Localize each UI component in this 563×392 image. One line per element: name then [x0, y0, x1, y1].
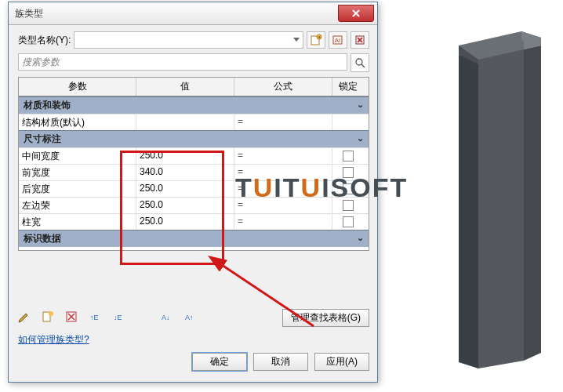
param-name: 结构材质(默认)	[19, 114, 136, 130]
param-formula[interactable]: =	[234, 181, 332, 197]
param-lock[interactable]	[332, 181, 364, 197]
cancel-button[interactable]: 取消	[253, 353, 308, 371]
parameter-grid: 参数 值 公式 锁定 材质和装饰 ⌄ 结构材质(默认) = 尺寸标注 ⌄ 中间宽…	[18, 77, 369, 251]
svg-text:AI: AI	[335, 37, 341, 44]
manage-lookup-button[interactable]: 管理查找表格(G)	[282, 309, 369, 327]
svg-text:A↑: A↑	[185, 314, 194, 321]
col-header-param[interactable]: 参数	[19, 78, 136, 96]
param-value[interactable]: 340.0	[136, 165, 234, 180]
delete-type-button[interactable]	[351, 31, 369, 49]
param-name: 后宽度	[19, 181, 136, 197]
ok-button[interactable]: 确定	[192, 353, 247, 371]
grid-header-row: 参数 值 公式 锁定	[19, 78, 369, 96]
search-placeholder: 搜索参数	[22, 56, 60, 69]
delete-type-icon	[354, 34, 366, 46]
svg-marker-26	[459, 31, 541, 64]
col-header-formula[interactable]: 公式	[234, 78, 332, 96]
svg-text:↓E: ↓E	[114, 314, 122, 321]
move-up-group-icon[interactable]: ↑E	[89, 310, 101, 325]
edit-param-icon[interactable]	[18, 310, 31, 325]
collapse-icon: ⌄	[357, 133, 364, 143]
dialog-title: 族类型	[15, 7, 43, 20]
param-value[interactable]: 250.0	[136, 181, 234, 197]
group-identity[interactable]: 标识数据 ⌄	[19, 230, 369, 247]
column-3d-preview	[447, 24, 549, 376]
row-rear-width: 后宽度 250.0 =	[19, 180, 369, 197]
rename-type-button[interactable]: AI	[329, 31, 347, 49]
sort-asc-icon[interactable]: A↓	[161, 310, 173, 325]
row-middle-width: 中间宽度 250.0 =	[19, 147, 369, 164]
bottom-toolbar: ↑E ↓E A↓ A↑ 管理查找表格(G)	[18, 306, 369, 332]
new-param-icon[interactable]	[42, 310, 54, 325]
delete-param-icon[interactable]	[65, 310, 78, 325]
svg-marker-28	[478, 49, 524, 368]
param-value[interactable]: 250.0	[136, 214, 234, 230]
param-lock[interactable]	[332, 165, 364, 180]
collapse-icon: ⌄	[357, 100, 364, 110]
svg-text:↑E: ↑E	[90, 314, 99, 321]
close-icon	[352, 9, 360, 17]
row-struct-material: 结构材质(默认) =	[19, 114, 369, 130]
new-type-button[interactable]: ★	[307, 31, 325, 49]
param-name: 左边荣	[19, 198, 136, 213]
search-icon	[354, 57, 365, 68]
row-front-width: 前宽度 340.0 =	[19, 164, 369, 180]
new-type-icon: ★	[310, 34, 322, 46]
move-down-group-icon[interactable]: ↓E	[112, 310, 125, 325]
svg-point-17	[49, 311, 53, 316]
type-name-label: 类型名称(Y):	[18, 34, 71, 47]
apply-button[interactable]: 应用(A)	[314, 353, 369, 371]
dialog-footer: 确定 取消 应用(A)	[18, 350, 369, 377]
svg-marker-30	[521, 31, 541, 49]
sort-desc-icon[interactable]: A↑	[184, 310, 197, 325]
svg-marker-31	[459, 45, 478, 64]
close-button[interactable]	[338, 5, 374, 22]
param-formula[interactable]: =	[234, 114, 332, 130]
svg-line-15	[361, 64, 365, 67]
param-formula[interactable]: =	[234, 165, 332, 180]
param-formula[interactable]: =	[234, 198, 332, 213]
svg-marker-27	[459, 55, 478, 368]
param-value[interactable]: 250.0	[136, 148, 234, 164]
search-button[interactable]	[351, 53, 369, 72]
family-types-dialog: 族类型 类型名称(Y): ★ AI	[8, 2, 378, 383]
rename-type-icon: AI	[332, 34, 344, 46]
param-value[interactable]: 250.0	[136, 198, 234, 213]
param-formula[interactable]: =	[234, 214, 332, 230]
param-formula[interactable]: =	[234, 148, 332, 164]
search-input[interactable]: 搜索参数	[18, 53, 347, 71]
group-dimensions[interactable]: 尺寸标注 ⌄	[19, 130, 369, 147]
svg-text:A↓: A↓	[162, 314, 170, 321]
titlebar: 族类型	[9, 2, 377, 25]
svg-marker-29	[524, 45, 541, 361]
param-value[interactable]	[136, 114, 234, 130]
col-header-lock[interactable]: 锁定	[332, 78, 364, 96]
svg-point-14	[356, 59, 362, 65]
collapse-icon: ⌄	[357, 233, 364, 243]
row-col-width: 柱宽 250.0 =	[19, 213, 369, 230]
param-lock[interactable]	[332, 198, 364, 213]
param-lock[interactable]	[332, 114, 364, 130]
param-lock[interactable]	[332, 148, 364, 164]
param-name: 中间宽度	[19, 148, 136, 164]
row-left-flange: 左边荣 250.0 =	[19, 197, 369, 213]
param-lock[interactable]	[332, 214, 364, 230]
group-materials[interactable]: 材质和装饰 ⌄	[19, 96, 369, 114]
param-name: 前宽度	[19, 165, 136, 180]
type-name-select[interactable]	[74, 31, 303, 49]
col-header-value[interactable]: 值	[136, 78, 234, 96]
param-name: 柱宽	[19, 214, 136, 230]
help-link[interactable]: 如何管理族类型?	[18, 334, 89, 345]
